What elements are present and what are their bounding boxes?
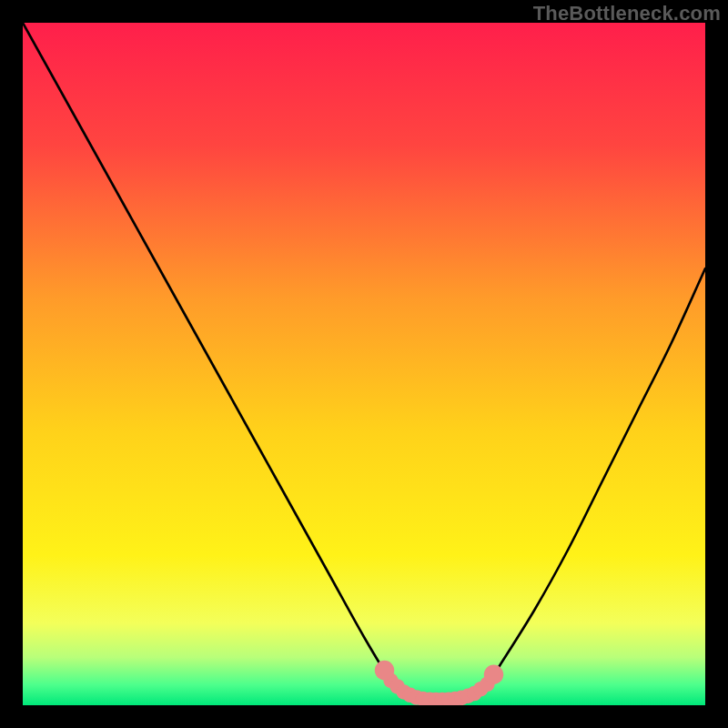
bottleneck-curve [23,23,705,700]
highlight-dots [375,661,503,705]
chart-frame: TheBottleneck.com [0,0,728,728]
chart-curve-layer [23,23,705,705]
highlight-endpoint [375,661,394,680]
highlight-endpoint [484,665,503,684]
chart-plot-area [23,23,705,705]
watermark-text: TheBottleneck.com [533,2,721,25]
